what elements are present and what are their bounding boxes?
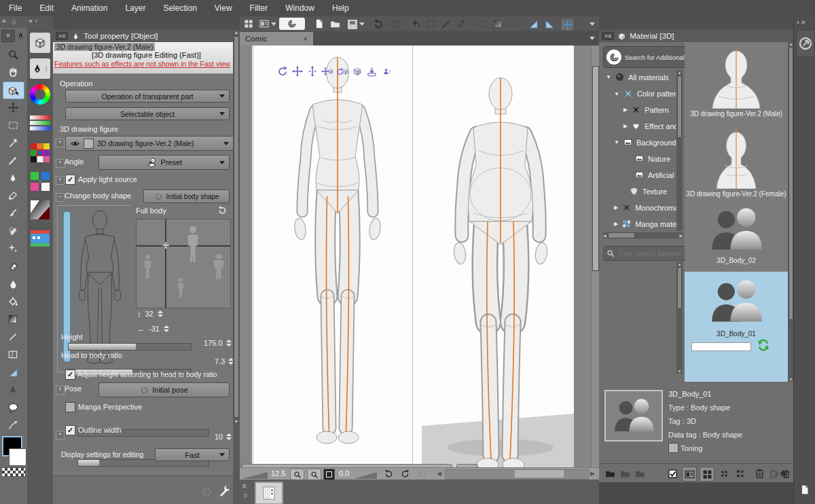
- tree-item-effect[interactable]: ▶Effect and: [623, 121, 678, 131]
- menu-filter[interactable]: Filter: [241, 3, 277, 13]
- object-rotate3d-icon[interactable]: [350, 64, 364, 79]
- body-shape-pad[interactable]: ✛: [136, 219, 231, 308]
- color-slider-palette-icon[interactable]: [30, 115, 50, 132]
- zoom-in-button[interactable]: [307, 469, 321, 480]
- scroll-down-arrow[interactable]: ▼: [233, 419, 240, 424]
- reset-body-shape-icon[interactable]: [217, 205, 228, 215]
- menu-view[interactable]: View: [206, 3, 241, 13]
- eyedropper-tool[interactable]: [3, 152, 23, 168]
- blend-tool[interactable]: [3, 276, 23, 292]
- import-material-icon[interactable]: [618, 467, 632, 480]
- horizontal-shape-spinner[interactable]: [164, 325, 169, 332]
- tree-item-texture[interactable]: Texture: [629, 186, 667, 196]
- tree-item-pattern[interactable]: ▶Pattern: [623, 105, 669, 115]
- scatter-dots-icon[interactable]: [411, 18, 422, 29]
- toolproperty-palette-icon[interactable]: ⋮: [30, 58, 50, 79]
- initial-pose-button[interactable]: Initial pose: [98, 382, 230, 397]
- new-folder-icon[interactable]: [603, 467, 617, 480]
- display-mode-chevron[interactable]: [271, 22, 276, 26]
- tree-item-nature[interactable]: Nature: [634, 154, 670, 164]
- quick-search-button[interactable]: [796, 30, 815, 57]
- material-search-additional-button[interactable]: Search for Additional: [603, 46, 689, 68]
- close-icon[interactable]: ×: [304, 35, 308, 43]
- rotate-left-icon[interactable]: [384, 469, 394, 479]
- color-wheel-palette-icon[interactable]: [30, 84, 50, 105]
- grid-large-view-icon[interactable]: [700, 467, 714, 482]
- height-slider[interactable]: [68, 343, 192, 350]
- height-spinner[interactable]: [226, 340, 232, 346]
- adjust-height-checkbox[interactable]: ✓: [65, 370, 75, 380]
- page-thumbnail-button[interactable]: [255, 482, 283, 504]
- tree-item-manga-material[interactable]: ▶Manga materi: [614, 219, 681, 229]
- tree-hscrollbar[interactable]: ◀▶: [603, 232, 683, 238]
- object-stand-icon[interactable]: ↑: [380, 64, 394, 79]
- object-tool[interactable]: [3, 82, 24, 99]
- grid-small-view-icon[interactable]: [717, 467, 731, 480]
- tree-item-artificial[interactable]: Artificial: [634, 170, 674, 180]
- fill-tool[interactable]: [3, 293, 23, 310]
- workspace-grid-icon[interactable]: [243, 18, 254, 29]
- open-file-icon[interactable]: [329, 18, 341, 30]
- outline-spinner[interactable]: [226, 433, 232, 440]
- save-icon[interactable]: [347, 19, 358, 30]
- save-chevron[interactable]: [359, 22, 365, 26]
- expand-angle-icon[interactable]: +: [56, 159, 65, 168]
- scrollbar-thumb[interactable]: [234, 36, 239, 418]
- canvas-viewport[interactable]: ↑ ‹ ›: [240, 46, 599, 480]
- page-down-icon[interactable]: «: [240, 493, 250, 498]
- move-layer-tool[interactable]: [3, 99, 23, 115]
- clip-studio-button[interactable]: [279, 18, 305, 30]
- sync-cloud-icon[interactable]: [755, 337, 772, 353]
- object-rotate-icon[interactable]: [335, 64, 349, 79]
- hscroll-right-arrow[interactable]: ▶: [590, 470, 595, 477]
- material-item-selected[interactable]: 3D_Body_01: [685, 272, 788, 382]
- text-tool[interactable]: A: [3, 382, 23, 398]
- new-file-icon[interactable]: [313, 18, 325, 30]
- command-bar-overflow[interactable]: [590, 22, 595, 26]
- select-mode-icon[interactable]: [666, 467, 679, 480]
- snap-special-ruler-icon[interactable]: [544, 18, 556, 30]
- fit-screen-button[interactable]: [323, 469, 335, 480]
- expand-pose-icon[interactable]: +: [56, 386, 65, 395]
- zoom-tool[interactable]: [3, 46, 23, 62]
- zoom-slider-wedge[interactable]: [242, 472, 268, 479]
- airbrush-tool[interactable]: [3, 223, 23, 239]
- camera-rotate-icon[interactable]: [275, 64, 289, 79]
- color-set-palette-icon[interactable]: [30, 143, 50, 163]
- hscroll-track[interactable]: [445, 469, 589, 480]
- delete-material-icon[interactable]: [780, 467, 792, 480]
- display-mode-icon[interactable]: [259, 18, 270, 29]
- object-move-icon[interactable]: [320, 64, 334, 79]
- search-input[interactable]: [617, 249, 683, 258]
- tool-palette-tab-pen[interactable]: [15, 30, 26, 41]
- card-view-icon[interactable]: [682, 467, 697, 482]
- canvas-vscroll-thumb[interactable]: [592, 66, 599, 271]
- selection-tool[interactable]: [3, 117, 23, 133]
- material-label-female[interactable]: 3D drawing figure-Ver.2 (Female): [685, 190, 788, 198]
- palette-dock-header[interactable]: « ›: [29, 16, 53, 28]
- eraser-tool[interactable]: [3, 258, 23, 274]
- pen-tool[interactable]: [3, 170, 23, 186]
- gradient-tool[interactable]: [3, 311, 23, 327]
- material-label-male[interactable]: 3D drawing figure-Ver.2 (Male): [685, 110, 788, 118]
- expand-light-icon[interactable]: +: [56, 176, 65, 185]
- line-correction-tool[interactable]: [3, 417, 23, 433]
- hscroll-left-arrow[interactable]: ◀: [437, 470, 441, 477]
- menu-help[interactable]: Help: [323, 3, 358, 13]
- angle-preset-dropdown[interactable]: Preset: [98, 155, 230, 170]
- document-page[interactable]: [252, 46, 574, 480]
- material-thumb-female[interactable]: [699, 124, 774, 189]
- undo-icon[interactable]: [373, 18, 384, 30]
- pencil-tool[interactable]: [3, 187, 23, 204]
- auto-select-tool[interactable]: [3, 134, 23, 151]
- figure-checkbox[interactable]: [84, 139, 94, 149]
- tool-palette-header[interactable]: «|||: [0, 16, 29, 28]
- menu-file[interactable]: File: [0, 3, 31, 13]
- display-settings-dropdown[interactable]: Fast: [155, 448, 230, 461]
- camera-pan-icon[interactable]: [290, 64, 304, 79]
- wrench-icon[interactable]: [219, 484, 232, 497]
- sub-color-chip[interactable]: [9, 448, 26, 466]
- reset-view-icon[interactable]: [418, 469, 428, 479]
- intermediate-color-palette-icon[interactable]: [30, 171, 50, 192]
- initial-body-shape-button[interactable]: Initial body shape: [143, 190, 230, 203]
